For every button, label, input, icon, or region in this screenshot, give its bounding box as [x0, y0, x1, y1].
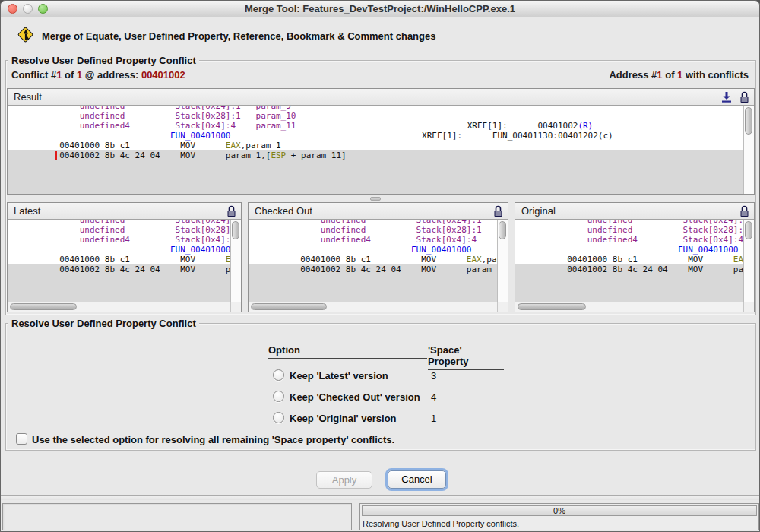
- checked-out-panel-header: Checked Out: [249, 203, 508, 220]
- merge-arrow-glyph: [18, 27, 33, 43]
- banner-text: Merge of Equate, User Defined Property, …: [42, 30, 435, 42]
- latest-horizontal-scrollbar[interactable]: [8, 302, 230, 312]
- result-vertical-scrollbar[interactable]: [743, 106, 754, 194]
- conflict-group-title: Resolve User Defined Property Conflict: [8, 55, 199, 66]
- conflict-info-row: Conflict #1 of 1 @ address: 00401002 Add…: [11, 69, 749, 81]
- lock-icon[interactable]: [226, 205, 236, 217]
- result-panel: Result undefined Stack[0x24]:1: [7, 88, 755, 195]
- bottom-separator: [1, 495, 759, 500]
- radio-keep-checked-out[interactable]: [273, 391, 284, 402]
- lock-icon[interactable]: [739, 205, 749, 217]
- scrollbar-corner: [497, 302, 508, 312]
- radio-keep-original-label: Keep 'Original' version: [290, 413, 397, 424]
- option-column-header: Option: [268, 344, 427, 359]
- apply-button[interactable]: Apply: [316, 471, 372, 489]
- latest-property-value: 3: [431, 370, 436, 382]
- status-right-panel: 0% Resolving User Defined Property confl…: [359, 503, 759, 530]
- splitter-handle[interactable]: [370, 197, 381, 201]
- apply-down-arrow-icon[interactable]: [721, 91, 732, 103]
- scrollbar-corner: [743, 302, 754, 312]
- result-panel-header: Result: [8, 89, 754, 106]
- checked-out-horizontal-scrollbar[interactable]: [249, 302, 497, 312]
- title-bar[interactable]: Merge Tool: Features_DevTestProject:/Win…: [1, 1, 759, 17]
- original-panel-title: Original: [521, 205, 556, 217]
- original-panel: Original undefined Stack[0x24]:1 param_9…: [515, 202, 755, 312]
- latest-panel: Latest undefined Stack[0x24]:1 param_9 u…: [7, 202, 242, 312]
- result-panel-title: Result: [14, 91, 42, 103]
- space-property-column-header: 'Space' Property: [428, 344, 504, 370]
- latest-panel-header: Latest: [8, 203, 241, 220]
- scrollbar-thumb[interactable]: [745, 221, 752, 239]
- radio-keep-latest[interactable]: [273, 369, 284, 381]
- status-left-panel: [2, 503, 352, 530]
- scrollbar-thumb[interactable]: [251, 303, 327, 310]
- result-listing[interactable]: undefined Stack[0x24]:1 param_9 undefine…: [8, 106, 754, 194]
- merge-tool-window: Merge Tool: Features_DevTestProject:/Win…: [0, 0, 760, 532]
- checked-out-property-value: 4: [431, 391, 436, 403]
- original-listing[interactable]: undefined Stack[0x24]:1 param_9 undefine…: [515, 220, 754, 302]
- checked-out-listing[interactable]: undefined Stack[0x24]:1 param_9 undefine…: [249, 220, 508, 302]
- radio-keep-checked-out-label: Keep 'Checked Out' version: [290, 391, 420, 403]
- scrollbar-thumb[interactable]: [518, 303, 586, 310]
- use-for-all-checkbox-label: Use the selected option for resolving al…: [32, 434, 394, 445]
- scrollbar-corner: [230, 302, 241, 312]
- checked-out-vertical-scrollbar[interactable]: [497, 220, 508, 302]
- options-group-title: Resolve User Defined Property Conflict: [8, 318, 199, 329]
- close-button[interactable]: [8, 4, 17, 14]
- original-vertical-scrollbar[interactable]: [743, 220, 754, 302]
- original-property-value: 1: [431, 413, 436, 424]
- latest-listing[interactable]: undefined Stack[0x24]:1 param_9 undefine…: [8, 220, 241, 302]
- scrollbar-thumb[interactable]: [499, 221, 506, 239]
- latest-vertical-scrollbar[interactable]: [230, 220, 241, 302]
- latest-panel-title: Latest: [14, 205, 40, 217]
- options-groupbox: [5, 323, 756, 451]
- checked-out-panel-title: Checked Out: [255, 205, 312, 217]
- original-horizontal-scrollbar[interactable]: [515, 302, 743, 312]
- minimize-button[interactable]: [23, 4, 33, 14]
- progress-bar: 0%: [362, 505, 757, 516]
- conflict-count-text: Conflict #1 of 1 @ address: 00401002: [11, 69, 185, 81]
- radio-keep-latest-label: Keep 'Latest' version: [290, 370, 388, 382]
- cancel-button[interactable]: Cancel: [388, 470, 446, 489]
- status-message: Resolving User Defined Property conflict…: [363, 519, 519, 528]
- lock-icon[interactable]: [493, 205, 503, 217]
- use-for-all-checkbox[interactable]: [16, 433, 27, 445]
- scrollbar-thumb[interactable]: [232, 221, 239, 239]
- lock-icon[interactable]: [739, 91, 749, 103]
- original-panel-header: Original: [515, 203, 754, 220]
- checked-out-panel: Checked Out undefined Stack[0x24]:1 para…: [248, 202, 508, 312]
- scrollbar-thumb[interactable]: [10, 303, 77, 310]
- zoom-button[interactable]: [38, 4, 48, 14]
- address-count-text: Address #1 of 1 with conflicts: [609, 69, 749, 81]
- merge-sign-icon: [17, 27, 34, 43]
- radio-keep-original[interactable]: [273, 412, 284, 423]
- window-title: Merge Tool: Features_DevTestProject:/Win…: [245, 3, 515, 14]
- scrollbar-thumb[interactable]: [745, 107, 752, 135]
